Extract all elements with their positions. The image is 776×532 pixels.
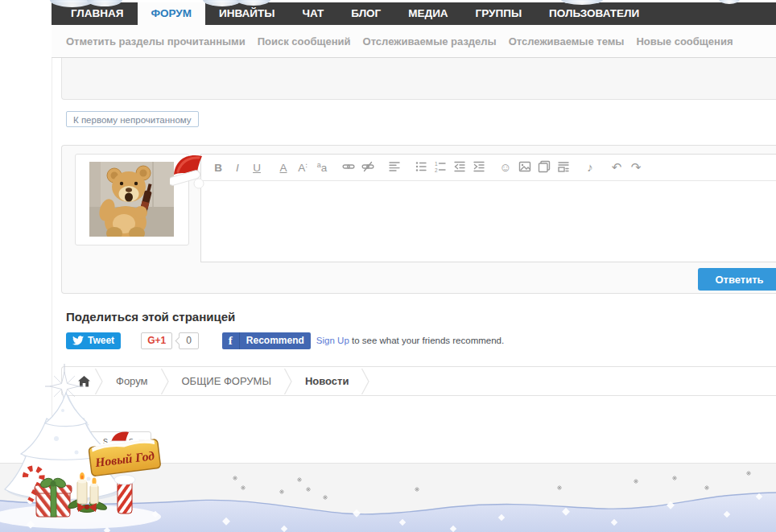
audio-icon: ♪ (587, 161, 593, 174)
breadcrumb-items: ФорумОБЩИЕ ФОРУМЫНовости (90, 368, 374, 395)
share-row: Tweet G+1 0 f Recommend Sign Up to see w… (66, 332, 504, 349)
breadcrumb-separator-icon (160, 368, 170, 395)
undo-icon: ↶ (612, 161, 622, 174)
toolbar-redo-button[interactable]: ↷ (626, 158, 646, 177)
toolbar-alignment-button[interactable] (385, 158, 404, 177)
style-chooser-dropdown[interactable]: s s (80, 431, 151, 451)
breadcrumb-separator-icon (361, 368, 370, 395)
link-icon (342, 160, 355, 175)
toolbar-indent-button[interactable] (469, 158, 489, 177)
image-icon (518, 160, 531, 175)
style-chooser-text-fragment: s (129, 435, 134, 447)
collapsed-panel (61, 58, 776, 100)
gplus-widget: G+1 0 (141, 332, 199, 349)
subnav-link[interactable]: Отслеживаемые разделы (363, 35, 497, 47)
smilies-icon: ☺ (499, 161, 511, 174)
chevron-down-icon (138, 439, 145, 443)
toolbar-font-size-button[interactable]: A∶ (293, 158, 312, 177)
toolbar-italic-button[interactable]: I (228, 158, 247, 177)
tweet-label: Tweet (88, 335, 114, 346)
nav-item[interactable]: ГРУППЫ (462, 2, 536, 25)
rich-text-editor: BIUAA∶aa12☺♪↶↷ (200, 154, 776, 262)
font-size-icon: A∶ (298, 162, 307, 174)
indent-icon (473, 160, 485, 175)
message-input[interactable] (201, 181, 776, 262)
page-edge-divider (52, 25, 52, 463)
subnav-link[interactable]: Отметить разделы прочитанными (66, 35, 246, 47)
redo-icon: ↷ (631, 161, 642, 174)
bold-icon: B (214, 162, 222, 174)
reply-button[interactable]: Ответить (698, 268, 776, 291)
nav-item[interactable]: ПОЛЬЗОВАТЕЛИ (535, 2, 653, 25)
breadcrumb-separator-icon (94, 368, 104, 395)
tweet-button[interactable]: Tweet (66, 332, 121, 349)
font-family-icon: aa (317, 161, 328, 175)
facebook-signup-suffix: to see what your friends recommend. (352, 336, 504, 345)
snow-hill-graphic (0, 464, 776, 532)
italic-icon: I (236, 162, 239, 174)
facebook-recommend-button[interactable]: f Recommend (222, 332, 311, 349)
snow-footer (0, 463, 776, 532)
underline-icon: U (253, 162, 261, 174)
outdent-icon (453, 160, 466, 175)
toolbar-undo-button[interactable]: ↶ (607, 158, 626, 177)
jump-to-unread-button[interactable]: К первому непрочитанному (66, 111, 199, 127)
subnav-link[interactable]: Поиск сообщений (258, 35, 351, 47)
nav-item[interactable]: БЛОГ (337, 2, 394, 25)
facebook-signup-text: Sign Up to see what your friends recomme… (316, 336, 504, 345)
toolbar-font-family-button[interactable]: aa (312, 158, 332, 177)
subnav-link[interactable]: Отслеживаемые темы (509, 35, 625, 47)
nav-item[interactable]: ФОРУМ (138, 2, 206, 32)
unlink-icon (361, 160, 374, 175)
ordered-list-icon: 12 (434, 160, 447, 175)
toolbar-smilies-button[interactable]: ☺ (496, 158, 515, 177)
text-color-icon: A (279, 162, 287, 174)
gplus-button[interactable]: G+1 (141, 332, 172, 349)
nav-item[interactable]: МЕДИА (394, 2, 461, 25)
main-nav: ГЛАВНАЯФОРУМИНВАЙТЫЧАТБЛОГМЕДИАГРУППЫПОЛ… (52, 2, 776, 25)
svg-text:1: 1 (435, 160, 438, 166)
facebook-widget: f Recommend Sign Up to see what your fri… (222, 332, 504, 349)
quote-icon (557, 160, 570, 175)
unordered-list-icon (415, 160, 427, 175)
subnav-link[interactable]: Новые сообщения (636, 35, 733, 47)
breadcrumb: ФорумОБЩИЕ ФОРУМЫНовости (61, 366, 776, 396)
toolbar-audio-button[interactable]: ♪ (580, 158, 600, 177)
breadcrumb-item[interactable]: ОБЩИЕ ФОРУМЫ (174, 375, 279, 387)
toolbar-underline-button[interactable]: U (247, 158, 266, 177)
home-icon (78, 376, 90, 387)
twitter-bird-icon (72, 336, 84, 345)
facebook-recommend-label: Recommend (240, 335, 311, 346)
teddy-bear-avatar-image (89, 162, 174, 237)
facebook-f-icon: f (222, 332, 240, 349)
editor-toolbar: BIUAA∶aa12☺♪↶↷ (201, 155, 776, 181)
toolbar-link-button[interactable] (339, 158, 358, 177)
style-chooser-text-fragment: s (103, 435, 108, 447)
breadcrumb-item[interactable]: Форум (108, 375, 156, 387)
breadcrumb-item: Новости (297, 375, 357, 387)
media-icon (538, 160, 551, 175)
toolbar-quote-button[interactable] (554, 158, 573, 177)
svg-text:2: 2 (435, 167, 438, 173)
toolbar-unordered-list-button[interactable] (411, 158, 431, 177)
toolbar-outdent-button[interactable] (450, 158, 469, 177)
toolbar-media-button[interactable] (535, 158, 554, 177)
santa-hat-icon (170, 151, 207, 192)
toolbar-unlink-button[interactable] (358, 158, 378, 177)
toolbar-text-color-button[interactable]: A (274, 158, 293, 177)
toolbar-image-button[interactable] (515, 158, 535, 177)
user-avatar[interactable] (75, 154, 189, 245)
alignment-icon (388, 160, 401, 175)
facebook-signup-link[interactable]: Sign Up (316, 336, 349, 345)
copyright-text: ps © (98, 480, 118, 492)
share-heading: Поделиться этой страницей (66, 310, 235, 324)
gplus-count: 0 (179, 332, 199, 349)
toolbar-bold-button[interactable]: B (208, 158, 228, 177)
home-button[interactable] (78, 376, 90, 387)
breadcrumb-separator-icon (283, 368, 293, 395)
quick-reply-panel: BIUAA∶aa12☺♪↶↷ Ответить (61, 145, 776, 294)
nav-item[interactable]: ЧАТ (288, 2, 337, 25)
toolbar-ordered-list-button[interactable]: 12 (431, 158, 450, 177)
